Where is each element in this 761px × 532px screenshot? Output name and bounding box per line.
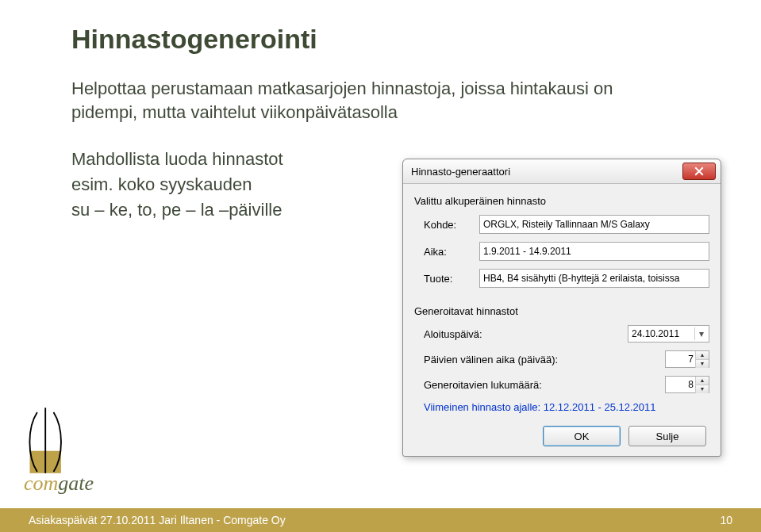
- sulje-button[interactable]: Sulje: [628, 426, 706, 446]
- comgate-logo: comgate: [24, 408, 119, 494]
- aloituspaiva-value: 24.10.2011: [632, 328, 694, 339]
- aika-field[interactable]: 1.9.2011 - 14.9.2011: [479, 242, 709, 261]
- tuote-label: Tuote:: [424, 273, 479, 285]
- kohde-label: Kohde:: [424, 219, 479, 231]
- spin-up-icon[interactable]: ▲: [696, 351, 709, 360]
- group-generated-pricelists: Generoitavat hinnastot: [414, 305, 709, 317]
- slide-body: Mahdollista luoda hinnastot esim. koko s…: [71, 147, 341, 221]
- page-number: 10: [720, 514, 732, 526]
- count-label: Generoitavien lukumäärä:: [424, 379, 665, 391]
- spin-up-icon[interactable]: ▲: [696, 377, 709, 385]
- tuote-field[interactable]: HB4, B4 sisähytti (B-hyttejä 2 erilaista…: [479, 269, 709, 288]
- body-line-2: esim. koko syyskauden: [71, 173, 341, 197]
- footer-bar: Asiakaspäivät 27.10.2011 Jari Iltanen - …: [0, 508, 761, 532]
- slide-lead: Helpottaa perustamaan matkasarjojen hinn…: [71, 77, 675, 124]
- close-icon[interactable]: [682, 163, 716, 180]
- chevron-down-icon[interactable]: ▾: [694, 327, 707, 340]
- kohde-field[interactable]: ORGLX, Risteily Tallinnaan M/S Galaxy: [479, 215, 709, 234]
- body-line-3: su – ke, to, pe – la –päiville: [71, 198, 341, 222]
- dialog-title: Hinnasto-generaattori: [411, 166, 510, 178]
- footer-text: Asiakaspäivät 27.10.2011 Jari Iltanen - …: [29, 514, 286, 526]
- last-pricelist-note: Viimeinen hinnasto ajalle: 12.12.2011 - …: [414, 401, 709, 413]
- dialog-titlebar[interactable]: Hinnasto-generaattori: [403, 159, 721, 184]
- body-line-1: Mahdollista luoda hinnastot: [71, 147, 341, 171]
- logo-text-com: com: [24, 472, 58, 495]
- count-value: 8: [669, 379, 695, 390]
- spin-down-icon[interactable]: ▼: [696, 360, 709, 368]
- interval-label: Päivien välinen aika (päivää):: [424, 354, 665, 366]
- slide-title: Hinnastogenerointi: [71, 24, 713, 55]
- logo-icon: [24, 408, 83, 475]
- aloituspaiva-label: Aloituspäivä:: [424, 328, 628, 340]
- aika-label: Aika:: [424, 246, 479, 258]
- spin-down-icon[interactable]: ▼: [696, 385, 709, 393]
- group-original-pricelist: Valittu alkuperäinen hinnasto: [414, 195, 709, 207]
- hinnasto-generator-dialog: Hinnasto-generaattori Valittu alkuperäin…: [402, 159, 721, 457]
- count-stepper[interactable]: 8 ▲ ▼: [665, 376, 709, 393]
- aloituspaiva-field[interactable]: 24.10.2011 ▾: [628, 325, 709, 343]
- interval-stepper[interactable]: 7 ▲ ▼: [665, 350, 709, 368]
- interval-value: 7: [669, 354, 695, 365]
- ok-button[interactable]: OK: [543, 426, 621, 446]
- logo-text-gate: gate: [58, 472, 94, 495]
